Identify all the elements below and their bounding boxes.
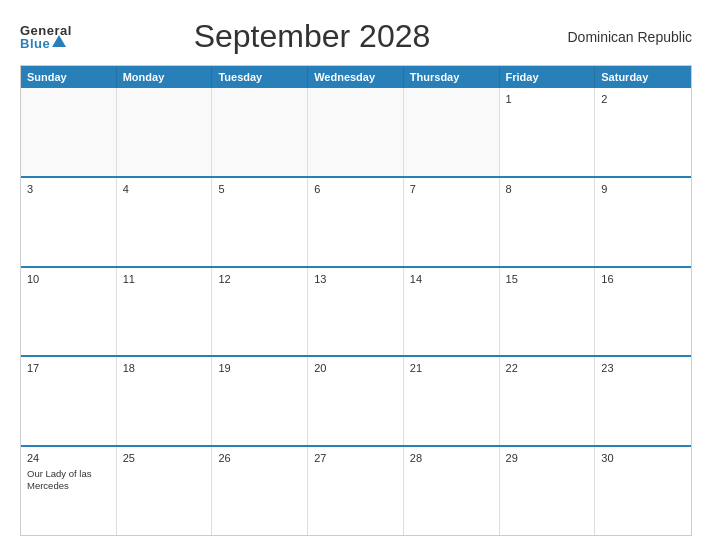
calendar-cell-1-6: 9 bbox=[595, 178, 691, 266]
calendar-cell-2-4: 14 bbox=[404, 268, 500, 356]
calendar-cell-4-5: 29 bbox=[500, 447, 596, 535]
day-number: 7 bbox=[410, 183, 493, 195]
weekday-header-saturday: Saturday bbox=[595, 66, 691, 88]
weekday-header-friday: Friday bbox=[500, 66, 596, 88]
calendar-cell-1-2: 5 bbox=[212, 178, 308, 266]
calendar-row-2: 10111213141516 bbox=[21, 268, 691, 358]
calendar-cell-4-2: 26 bbox=[212, 447, 308, 535]
day-number: 27 bbox=[314, 452, 397, 464]
day-number: 3 bbox=[27, 183, 110, 195]
calendar-cell-0-1 bbox=[117, 88, 213, 176]
calendar-cell-2-1: 11 bbox=[117, 268, 213, 356]
day-number: 16 bbox=[601, 273, 685, 285]
day-number: 12 bbox=[218, 273, 301, 285]
day-number: 4 bbox=[123, 183, 206, 195]
calendar-cell-4-6: 30 bbox=[595, 447, 691, 535]
calendar-row-1: 3456789 bbox=[21, 178, 691, 268]
day-number: 11 bbox=[123, 273, 206, 285]
day-number: 22 bbox=[506, 362, 589, 374]
day-number: 24 bbox=[27, 452, 110, 464]
day-number: 6 bbox=[314, 183, 397, 195]
calendar-cell-4-4: 28 bbox=[404, 447, 500, 535]
calendar-header: SundayMondayTuesdayWednesdayThursdayFrid… bbox=[21, 66, 691, 88]
day-number: 15 bbox=[506, 273, 589, 285]
calendar-cell-0-2 bbox=[212, 88, 308, 176]
day-number: 23 bbox=[601, 362, 685, 374]
day-number: 2 bbox=[601, 93, 685, 105]
calendar-cell-4-3: 27 bbox=[308, 447, 404, 535]
calendar-cell-3-4: 21 bbox=[404, 357, 500, 445]
day-number: 8 bbox=[506, 183, 589, 195]
holiday-text: Our Lady of las Mercedes bbox=[27, 468, 110, 491]
calendar-title: September 2028 bbox=[72, 18, 552, 55]
day-number: 30 bbox=[601, 452, 685, 464]
calendar-cell-4-1: 25 bbox=[117, 447, 213, 535]
day-number: 5 bbox=[218, 183, 301, 195]
calendar-cell-1-4: 7 bbox=[404, 178, 500, 266]
calendar-cell-0-0 bbox=[21, 88, 117, 176]
calendar-cell-2-0: 10 bbox=[21, 268, 117, 356]
day-number: 25 bbox=[123, 452, 206, 464]
day-number: 29 bbox=[506, 452, 589, 464]
calendar-cell-0-3 bbox=[308, 88, 404, 176]
calendar-row-0: 12 bbox=[21, 88, 691, 178]
calendar-cell-0-4 bbox=[404, 88, 500, 176]
day-number: 19 bbox=[218, 362, 301, 374]
calendar-cell-3-6: 23 bbox=[595, 357, 691, 445]
day-number: 18 bbox=[123, 362, 206, 374]
calendar-cell-1-3: 6 bbox=[308, 178, 404, 266]
day-number: 26 bbox=[218, 452, 301, 464]
day-number: 13 bbox=[314, 273, 397, 285]
weekday-header-tuesday: Tuesday bbox=[212, 66, 308, 88]
weekday-header-sunday: Sunday bbox=[21, 66, 117, 88]
logo-triangle-icon bbox=[52, 35, 66, 47]
calendar-page: General Blue September 2028 Dominican Re… bbox=[0, 0, 712, 550]
calendar-cell-3-5: 22 bbox=[500, 357, 596, 445]
calendar-row-3: 17181920212223 bbox=[21, 357, 691, 447]
calendar-cell-0-5: 1 bbox=[500, 88, 596, 176]
day-number: 28 bbox=[410, 452, 493, 464]
logo: General Blue bbox=[20, 24, 72, 50]
calendar-cell-3-0: 17 bbox=[21, 357, 117, 445]
logo-blue-row: Blue bbox=[20, 37, 66, 50]
calendar-cell-0-6: 2 bbox=[595, 88, 691, 176]
day-number: 17 bbox=[27, 362, 110, 374]
weekday-header-thursday: Thursday bbox=[404, 66, 500, 88]
logo-blue-text: Blue bbox=[20, 37, 50, 50]
calendar-cell-3-2: 19 bbox=[212, 357, 308, 445]
country-label: Dominican Republic bbox=[552, 29, 692, 45]
weekday-header-wednesday: Wednesday bbox=[308, 66, 404, 88]
weekday-header-monday: Monday bbox=[117, 66, 213, 88]
day-number: 1 bbox=[506, 93, 589, 105]
calendar-cell-2-3: 13 bbox=[308, 268, 404, 356]
calendar-cell-2-6: 16 bbox=[595, 268, 691, 356]
day-number: 10 bbox=[27, 273, 110, 285]
calendar-cell-2-2: 12 bbox=[212, 268, 308, 356]
calendar-cell-2-5: 15 bbox=[500, 268, 596, 356]
day-number: 21 bbox=[410, 362, 493, 374]
calendar-body: 123456789101112131415161718192021222324O… bbox=[21, 88, 691, 535]
header: General Blue September 2028 Dominican Re… bbox=[20, 18, 692, 55]
calendar-cell-3-1: 18 bbox=[117, 357, 213, 445]
calendar-cell-1-0: 3 bbox=[21, 178, 117, 266]
day-number: 9 bbox=[601, 183, 685, 195]
calendar-cell-1-5: 8 bbox=[500, 178, 596, 266]
calendar-grid: SundayMondayTuesdayWednesdayThursdayFrid… bbox=[20, 65, 692, 536]
calendar-cell-3-3: 20 bbox=[308, 357, 404, 445]
day-number: 14 bbox=[410, 273, 493, 285]
calendar-cell-4-0: 24Our Lady of las Mercedes bbox=[21, 447, 117, 535]
calendar-row-4: 24Our Lady of las Mercedes252627282930 bbox=[21, 447, 691, 535]
calendar-cell-1-1: 4 bbox=[117, 178, 213, 266]
day-number: 20 bbox=[314, 362, 397, 374]
